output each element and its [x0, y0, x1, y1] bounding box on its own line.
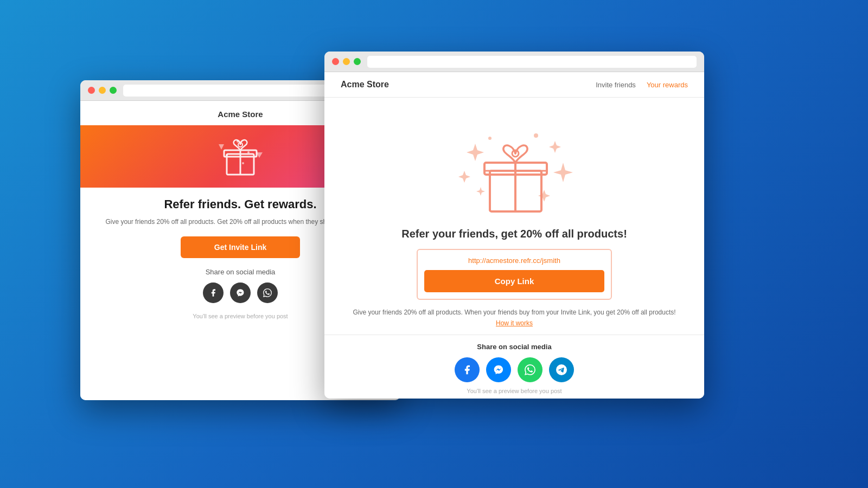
back-messenger-button[interactable] — [230, 282, 251, 303]
front-divider — [324, 335, 704, 335]
front-description: Give your friends 20% off all products. … — [341, 307, 688, 317]
front-nav: Acme Store Invite friends Your rewards — [324, 72, 704, 98]
front-social-icons — [341, 357, 688, 382]
front-preview-note: You'll see a preview before you post — [341, 388, 688, 394]
back-minimize-button[interactable] — [99, 87, 106, 94]
back-maximize-button[interactable] — [110, 87, 117, 94]
front-traffic-lights — [332, 58, 361, 65]
front-share-label: Share on social media — [341, 343, 688, 351]
front-maximize-button[interactable] — [354, 58, 361, 65]
front-headline: Refer your friends, get 20% off all prod… — [341, 228, 688, 240]
front-facebook-button[interactable] — [455, 357, 480, 382]
front-address-bar[interactable] — [367, 56, 697, 68]
invite-friends-nav-link[interactable]: Invite friends — [596, 81, 636, 89]
front-window-content: Acme Store Invite friends Your rewards — [324, 72, 704, 399]
back-traffic-lights — [88, 87, 117, 94]
front-minimize-button[interactable] — [343, 58, 350, 65]
copy-link-button[interactable]: Copy Link — [424, 270, 604, 292]
gift-hero-illustration — [341, 108, 688, 222]
front-telegram-button[interactable] — [549, 357, 574, 382]
front-whatsapp-button[interactable] — [518, 357, 542, 382]
svg-point-12 — [488, 137, 492, 140]
front-store-name: Acme Store — [341, 80, 389, 89]
back-close-button[interactable] — [88, 87, 95, 94]
front-messenger-button[interactable] — [486, 357, 511, 382]
how-it-works-link[interactable]: How it works — [341, 319, 688, 327]
your-rewards-nav-link[interactable]: Your rewards — [647, 81, 688, 89]
front-close-button[interactable] — [332, 58, 339, 65]
get-invite-link-button[interactable]: Get Invite Link — [181, 236, 300, 258]
referral-link-box: http://acmestore.refr.cc/jsmith Copy Lin… — [417, 249, 612, 300]
front-title-bar — [324, 52, 704, 72]
back-whatsapp-button[interactable] — [257, 282, 278, 303]
front-body: Refer your friends, get 20% off all prod… — [324, 98, 704, 399]
front-nav-links: Invite friends Your rewards — [596, 81, 688, 89]
front-browser-window: Acme Store Invite friends Your rewards — [324, 52, 704, 399]
svg-point-11 — [534, 133, 538, 138]
referral-link-text: http://acmestore.refr.cc/jsmith — [424, 256, 604, 265]
back-facebook-button[interactable] — [203, 282, 224, 303]
